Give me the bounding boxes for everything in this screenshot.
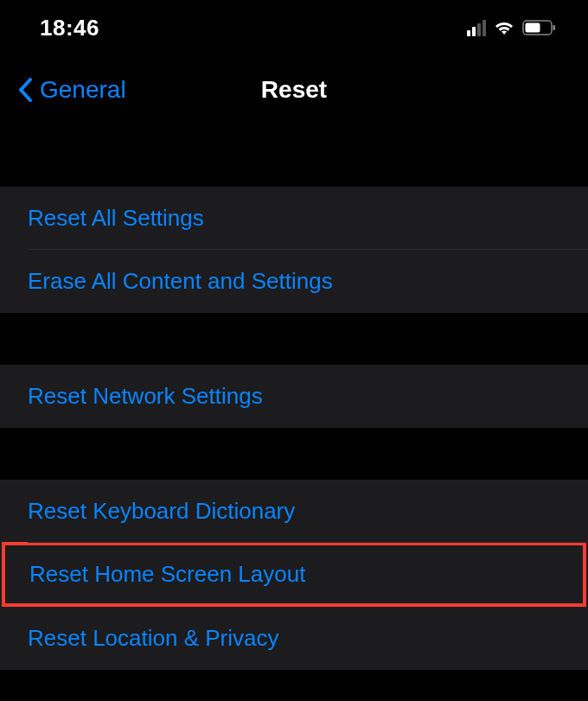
list-group-1: Reset All Settings Erase All Content and… — [0, 187, 588, 313]
svg-rect-1 — [526, 23, 540, 33]
svg-rect-2 — [553, 25, 556, 30]
reset-keyboard-dictionary-item[interactable]: Reset Keyboard Dictionary — [0, 480, 588, 543]
cellular-signal-icon — [467, 20, 486, 36]
page-title: Reset — [261, 76, 327, 104]
back-label: General — [40, 76, 126, 104]
section-spacer — [0, 133, 588, 187]
list-group-3: Reset Keyboard Dictionary Reset Home Scr… — [0, 480, 588, 670]
annotation-highlight: Reset Home Screen Layout — [2, 542, 586, 607]
reset-network-settings-item[interactable]: Reset Network Settings — [0, 365, 588, 428]
wifi-icon — [493, 19, 515, 36]
section-spacer — [0, 313, 588, 365]
reset-home-screen-layout-item[interactable]: Reset Home Screen Layout — [5, 545, 583, 603]
status-bar: 18:46 — [0, 0, 588, 52]
battery-icon — [522, 19, 557, 36]
reset-all-settings-item[interactable]: Reset All Settings — [0, 187, 588, 250]
back-button[interactable]: General — [17, 76, 126, 104]
status-icons — [467, 19, 557, 36]
chevron-left-icon — [17, 77, 33, 103]
erase-all-content-item[interactable]: Erase All Content and Settings — [0, 250, 588, 313]
status-time: 18:46 — [40, 15, 99, 41]
list-group-2: Reset Network Settings — [0, 365, 588, 428]
reset-location-privacy-item[interactable]: Reset Location & Privacy — [0, 607, 588, 670]
section-spacer — [0, 428, 588, 480]
nav-bar: General Reset — [0, 52, 588, 133]
